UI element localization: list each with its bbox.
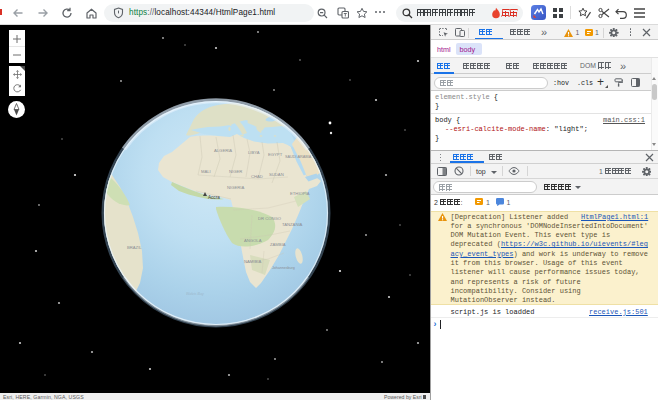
svg-text:NIGER: NIGER <box>229 169 242 174</box>
svg-text:NIGERIA: NIGERIA <box>227 185 244 190</box>
svg-text:SUDAN: SUDAN <box>269 172 284 177</box>
svg-text:ANGOLA: ANGOLA <box>244 238 262 243</box>
svg-text:Johannesburg: Johannesburg <box>272 266 295 270</box>
svg-text:Walvis Bay: Walvis Bay <box>186 292 204 296</box>
svg-text:MALI: MALI <box>201 169 211 174</box>
svg-text:CHAD: CHAD <box>251 174 263 179</box>
svg-text:NAMIBIA: NAMIBIA <box>244 259 261 264</box>
svg-text:EGYPT: EGYPT <box>268 152 283 157</box>
svg-text:LIBYA: LIBYA <box>248 150 260 155</box>
svg-text:ETHIOPIA: ETHIOPIA <box>290 191 310 196</box>
svg-text:Accra: Accra <box>208 195 220 200</box>
svg-text:DR CONGO: DR CONGO <box>258 216 282 221</box>
svg-text:SAUDI ARABIA: SAUDI ARABIA <box>285 155 312 159</box>
svg-text:TANZANIA: TANZANIA <box>282 222 303 227</box>
svg-text:ALGERIA: ALGERIA <box>214 148 232 153</box>
svg-text:BRAZIL: BRAZIL <box>127 245 142 250</box>
svg-text:ZAMBIA: ZAMBIA <box>270 242 286 247</box>
